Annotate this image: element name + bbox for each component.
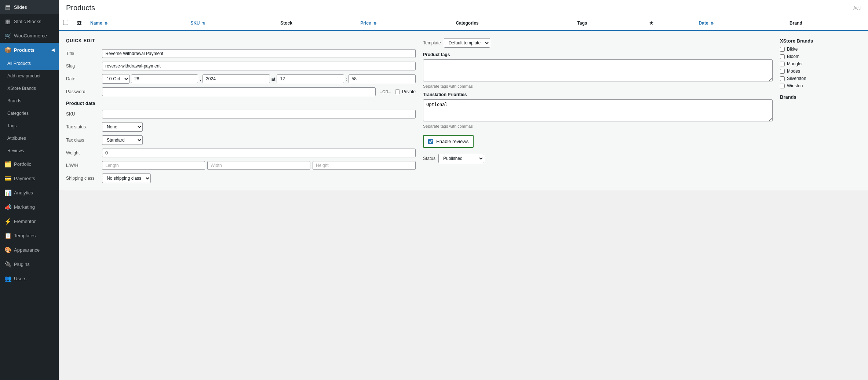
title-label: Title	[66, 51, 99, 56]
th-price[interactable]: Price ⇅	[356, 16, 451, 30]
products-icon: 📦	[4, 47, 11, 54]
tags-hint: Separate tags with commas	[423, 84, 773, 88]
brand-bloom-checkbox[interactable]	[780, 54, 785, 59]
sidebar-item-templates[interactable]: 📋 Templates	[0, 229, 59, 243]
template-select[interactable]: Default template	[444, 38, 490, 48]
topbar: Products Acti	[59, 0, 868, 16]
slides-icon: ▤	[4, 4, 11, 11]
brand-modes-label: Modes	[787, 69, 800, 74]
sidebar-item-all-products[interactable]: All Products	[0, 57, 59, 70]
width-input[interactable]	[207, 161, 310, 170]
tags-hint2: Separate tags with commas	[423, 124, 773, 128]
sidebar-item-categories[interactable]: Categories	[0, 107, 59, 120]
sidebar-item-payments[interactable]: 💳 Payments	[0, 171, 59, 186]
sidebar-item-add-new-product[interactable]: Add new product	[0, 70, 59, 82]
xstore-brands-title: XStore Brands	[780, 38, 861, 44]
product-tags-textarea[interactable]	[423, 59, 773, 81]
sidebar-item-plugins[interactable]: 🔌 Plugins	[0, 257, 59, 271]
weight-input[interactable]	[102, 149, 416, 157]
chevron-icon: ◀	[51, 48, 54, 52]
sidebar-item-portfolio[interactable]: 🗂️ Portfolio	[0, 157, 59, 171]
th-sku[interactable]: SKU ⇅	[186, 16, 276, 30]
sku-input[interactable]	[102, 110, 416, 118]
tax-class-select[interactable]: Standard Reduced rate Zero rate	[102, 135, 143, 145]
height-input[interactable]	[313, 161, 416, 170]
quick-edit-container: QUICK EDIT Title Slug	[66, 38, 861, 183]
date-comma: ,	[200, 76, 201, 82]
lwh-field: L/W/H	[66, 161, 416, 170]
brand-winston-checkbox[interactable]	[780, 84, 785, 88]
date-month-select[interactable]: 10-Oct	[102, 74, 130, 84]
products-table-wrap: 🖼 Name ⇅ SKU ⇅ Stock	[59, 16, 868, 191]
title-input[interactable]	[102, 49, 416, 58]
sidebar-item-attributes[interactable]: Attributes	[0, 132, 59, 145]
select-all-checkbox[interactable]	[63, 20, 68, 25]
date-hour-input[interactable]	[277, 74, 344, 83]
sidebar-item-users[interactable]: 👥 Users	[0, 271, 59, 286]
quick-edit-row: QUICK EDIT Title Slug	[59, 30, 868, 191]
sidebar-item-slides[interactable]: ▤ Slides	[0, 0, 59, 14]
th-date[interactable]: Date ⇅	[694, 16, 785, 30]
quick-edit-middle-panel: Template Default template Product tags S…	[423, 38, 773, 183]
sidebar-item-label: WooCommerce	[14, 33, 47, 39]
sidebar-item-static-blocks[interactable]: ▦ Static Blocks	[0, 14, 59, 29]
brands-footer-label: Brands	[780, 94, 861, 100]
sidebar-item-appearance[interactable]: 🎨 Appearance	[0, 243, 59, 257]
brand-winston-label: Winston	[787, 83, 803, 88]
date-year-input[interactable]	[203, 74, 270, 83]
brand-bikke-label: Bikke	[787, 47, 798, 52]
brand-silverston-checkbox[interactable]	[780, 76, 785, 81]
sidebar-item-brands[interactable]: Brands	[0, 95, 59, 107]
private-checkbox[interactable]	[395, 89, 400, 94]
sidebar-item-marketing[interactable]: 📣 Marketing	[0, 200, 59, 214]
password-input[interactable]	[102, 87, 376, 96]
status-label: Status	[423, 156, 435, 161]
translation-priorities-textarea[interactable]: Optional	[423, 99, 773, 121]
sidebar-item-xstore-brands[interactable]: XStore Brands	[0, 82, 59, 95]
templates-icon: 📋	[4, 232, 11, 239]
brand-item-winston: Winston	[780, 83, 861, 88]
private-checkbox-label: Private	[395, 89, 416, 94]
date-day-input[interactable]	[131, 74, 198, 83]
status-field: Status Published Draft Pending Review Pr…	[423, 154, 773, 163]
sidebar-item-label: Products	[14, 47, 34, 53]
brand-modes-checkbox[interactable]	[780, 69, 785, 74]
tax-status-select[interactable]: None Taxable Shipping only	[102, 122, 143, 132]
products-table: 🖼 Name ⇅ SKU ⇅ Stock	[59, 16, 868, 191]
brand-bikke-checkbox[interactable]	[780, 47, 785, 52]
date-label: Date	[66, 76, 99, 81]
quick-edit-left-panel: QUICK EDIT Title Slug	[66, 38, 416, 183]
shipping-class-select[interactable]: No shipping class	[102, 173, 151, 183]
enable-reviews-checkbox[interactable]	[428, 139, 433, 144]
sidebar-item-reviews[interactable]: Reviews	[0, 145, 59, 157]
sidebar-item-products[interactable]: 📦 Products ◀	[0, 43, 59, 57]
sku-sort-arrow: ⇅	[202, 21, 205, 25]
elementor-icon: ⚡	[4, 218, 11, 225]
th-tags: Tags	[573, 16, 645, 30]
th-stock: Stock	[276, 16, 356, 30]
lwh-inputs	[102, 161, 416, 170]
sidebar-item-label: Portfolio	[14, 161, 32, 167]
sidebar-item-label: Plugins	[14, 262, 30, 267]
name-sort-arrow: ⇅	[105, 21, 107, 25]
brand-item-silverston: Silverston	[780, 76, 861, 81]
length-input[interactable]	[102, 161, 205, 170]
portfolio-icon: 🗂️	[4, 161, 11, 168]
sidebar-item-label: Tags	[7, 123, 17, 128]
sidebar-item-label: Appearance	[14, 247, 40, 253]
th-name[interactable]: Name ⇅	[86, 16, 186, 30]
brand-mangler-checkbox[interactable]	[780, 62, 785, 66]
date-minute-input[interactable]	[349, 74, 416, 83]
sidebar-item-elementor[interactable]: ⚡ Elementor	[0, 214, 59, 229]
sidebar-item-analytics[interactable]: 📊 Analytics	[0, 186, 59, 200]
slug-input[interactable]	[102, 62, 416, 70]
quick-edit-right-panel: XStore Brands Bikke Bloom	[780, 38, 861, 183]
analytics-icon: 📊	[4, 189, 11, 196]
sidebar-item-label: Marketing	[14, 204, 35, 210]
sidebar-item-woocommerce[interactable]: 🛒 WooCommerce	[0, 29, 59, 43]
th-categories: Categories	[452, 16, 573, 30]
th-featured: ★	[645, 16, 694, 30]
sidebar-item-tags[interactable]: Tags	[0, 120, 59, 132]
status-select[interactable]: Published Draft Pending Review Private	[438, 154, 484, 163]
sidebar-item-label: Slides	[14, 4, 27, 10]
